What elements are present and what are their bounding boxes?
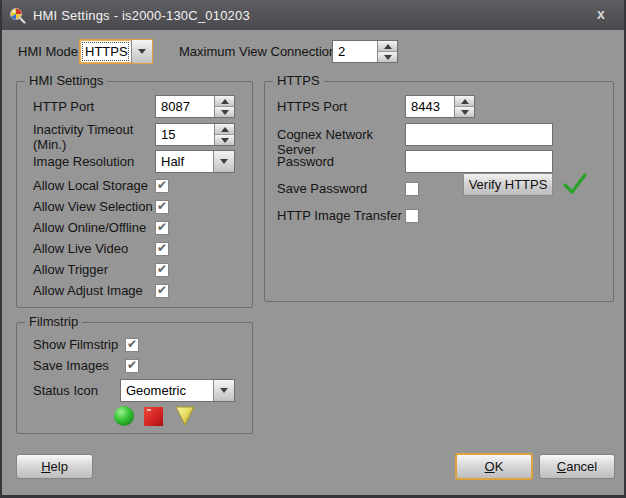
status-icon-label-row: Status Icon — [33, 383, 123, 398]
show-filmstrip-row: Show Filmstrip — [33, 334, 238, 355]
status-icon-preview — [113, 405, 197, 427]
spin-up-icon[interactable] — [455, 96, 474, 106]
allow-live-video-label: Allow Live Video — [33, 241, 155, 256]
image-resolution-value: Half — [156, 151, 213, 172]
chevron-down-icon[interactable] — [131, 40, 152, 63]
close-icon: x — [597, 6, 605, 22]
allow-view-selection-row: Allow View Selection — [33, 196, 238, 217]
https-port-stepper[interactable]: 8443 — [405, 95, 475, 118]
save-password-checkbox[interactable] — [405, 182, 419, 196]
allow-view-selection-label: Allow View Selection — [33, 199, 155, 214]
max-view-connections-value: 2 — [333, 41, 377, 62]
close-button[interactable]: x — [582, 0, 620, 28]
https-port-label: HTTPS Port — [277, 99, 347, 114]
window-title: HMI Settings - is2000-130C_010203 — [33, 8, 250, 23]
help-button-label: Help — [41, 459, 68, 474]
spin-down-icon[interactable] — [378, 51, 397, 62]
hmi-mode-select[interactable]: HTTPS — [79, 39, 153, 64]
allow-adjust-image-label: Allow Adjust Image — [33, 283, 155, 298]
spin-up-icon[interactable] — [215, 96, 234, 106]
http-port-value: 8087 — [156, 96, 214, 117]
allow-online-offline-label: Allow Online/Offline — [33, 220, 155, 235]
http-image-transfer-checkbox[interactable] — [405, 209, 419, 223]
password-input[interactable] — [405, 150, 553, 173]
save-password-row: Save Password — [277, 178, 477, 199]
allow-adjust-image-checkbox[interactable] — [155, 284, 169, 298]
server-label-row: Cognex Network Server — [277, 127, 405, 157]
http-port-label: HTTP Port — [33, 99, 94, 114]
spin-down-icon[interactable] — [215, 106, 234, 117]
http-port-stepper[interactable]: 8087 — [155, 95, 235, 118]
ok-button[interactable]: OK — [455, 453, 533, 480]
hmi-settings-group-title: HMI Settings — [25, 73, 107, 88]
spin-up-icon[interactable] — [215, 124, 234, 134]
https-port-value: 8443 — [406, 96, 454, 117]
app-icon — [9, 7, 26, 24]
show-filmstrip-label: Show Filmstrip — [33, 337, 125, 352]
status-icon-label: Status Icon — [33, 383, 98, 398]
save-images-label: Save Images — [33, 358, 125, 373]
cognex-network-server-input[interactable] — [405, 123, 553, 146]
filmstrip-group-title: Filmstrip — [25, 314, 82, 329]
http-port-label-row: HTTP Port — [33, 99, 153, 114]
cognex-network-server-label: Cognex Network Server — [277, 127, 405, 157]
allow-adjust-image-row: Allow Adjust Image — [33, 280, 238, 301]
filmstrip-group: Filmstrip Show Filmstrip Save Images Sta… — [16, 322, 253, 434]
title-bar: HMI Settings - is2000-130C_010203 x — [0, 0, 626, 30]
password-label-row: Password — [277, 154, 405, 169]
save-images-row: Save Images — [33, 355, 238, 376]
save-password-label: Save Password — [277, 181, 405, 196]
image-resolution-label: Image Resolution — [33, 154, 134, 169]
allow-local-storage-checkbox[interactable] — [155, 179, 169, 193]
inactivity-timeout-label: Inactivity Timeout (Min.) — [33, 122, 151, 152]
inactivity-timeout-stepper[interactable]: 15 — [155, 123, 235, 146]
verify-success-check-icon — [562, 171, 588, 197]
allow-trigger-label: Allow Trigger — [33, 262, 155, 277]
inactivity-label-row: Inactivity Timeout (Min.) — [33, 122, 151, 152]
red-square-icon — [143, 405, 165, 427]
verify-https-label: Verify HTTPS — [469, 177, 548, 192]
status-icon-select[interactable]: Geometric — [120, 379, 235, 402]
http-image-transfer-row: HTTP Image Transfer — [277, 205, 477, 226]
cancel-button-label: Cancel — [557, 459, 597, 474]
allow-live-video-checkbox[interactable] — [155, 242, 169, 256]
max-conn-row: Maximum View Connections — [179, 44, 343, 59]
max-view-connections-stepper[interactable]: 2 — [332, 40, 398, 63]
verify-https-button[interactable]: Verify HTTPS — [463, 173, 553, 196]
hmi-settings-group: HMI Settings HTTP Port 8087 Inactivity T… — [16, 81, 253, 308]
chevron-down-icon[interactable] — [213, 151, 234, 172]
allow-local-storage-row: Allow Local Storage — [33, 175, 238, 196]
allow-local-storage-label: Allow Local Storage — [33, 178, 155, 193]
spin-down-icon[interactable] — [455, 106, 474, 117]
green-circle-icon — [113, 405, 135, 427]
allow-trigger-checkbox[interactable] — [155, 263, 169, 277]
http-image-transfer-label: HTTP Image Transfer — [277, 208, 405, 223]
allow-online-offline-row: Allow Online/Offline — [33, 217, 238, 238]
image-resolution-select[interactable]: Half — [155, 150, 235, 173]
https-port-label-row: HTTPS Port — [277, 99, 405, 114]
inactivity-timeout-value: 15 — [156, 124, 214, 145]
spin-up-icon[interactable] — [378, 41, 397, 51]
allow-live-video-row: Allow Live Video — [33, 238, 238, 259]
spin-down-icon[interactable] — [215, 134, 234, 145]
show-filmstrip-checkbox[interactable] — [125, 338, 139, 352]
password-label: Password — [277, 154, 334, 169]
ok-button-label: OK — [485, 459, 504, 474]
allow-view-selection-checkbox[interactable] — [155, 200, 169, 214]
https-group: HTTPS HTTPS Port 8443 Cognex Network Ser… — [264, 81, 614, 302]
yellow-triangle-icon — [173, 405, 197, 427]
cancel-button[interactable]: Cancel — [539, 454, 615, 479]
max-view-connections-label: Maximum View Connections — [179, 44, 343, 59]
hmi-mode-label: HMI Mode — [18, 44, 78, 59]
https-group-title: HTTPS — [273, 73, 324, 88]
allow-trigger-row: Allow Trigger — [33, 259, 238, 280]
allow-online-offline-checkbox[interactable] — [155, 221, 169, 235]
image-res-label-row: Image Resolution — [33, 154, 153, 169]
chevron-down-icon[interactable] — [213, 380, 234, 401]
hmi-settings-dialog: HMI Settings - is2000-130C_010203 x HMI … — [0, 0, 626, 498]
hmi-mode-row: HMI Mode — [18, 44, 78, 59]
save-images-checkbox[interactable] — [125, 359, 139, 373]
help-button[interactable]: Help — [16, 454, 93, 479]
status-icon-value: Geometric — [121, 380, 213, 401]
hmi-mode-value: HTTPS — [80, 40, 131, 63]
